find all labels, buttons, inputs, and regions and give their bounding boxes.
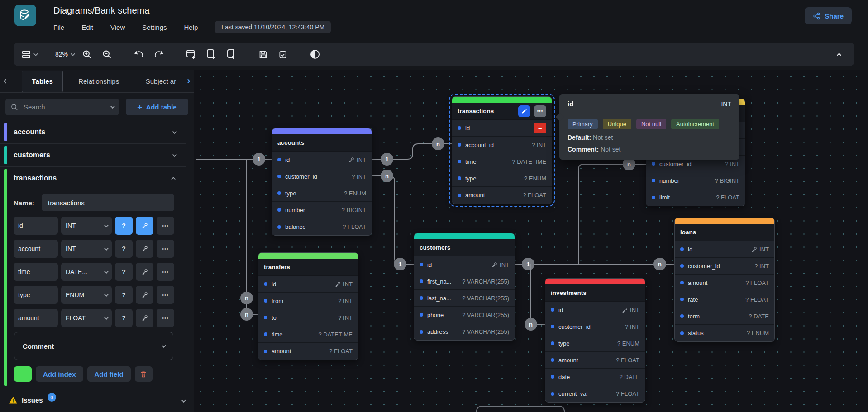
menu-edit[interactable]: Edit [81, 24, 93, 31]
tab-relationships[interactable]: Relationships [74, 70, 123, 93]
add-area-button[interactable] [204, 47, 218, 62]
undo-button[interactable] [132, 47, 146, 62]
table-field-row-last_na...[interactable]: last_na...? VARCHAR(255) [414, 290, 515, 307]
table-field-row-amount[interactable]: amount? FLOAT [545, 352, 645, 369]
diagram-table-accounts[interactable]: accountsidINTcustomer_id? INTtype? ENUMn… [272, 128, 372, 236]
field-type-select[interactable]: ENUM [61, 286, 112, 304]
field-more-options-button[interactable]: ••• [157, 263, 174, 281]
primary-key-toggle-button[interactable] [136, 286, 153, 304]
table-field-row-type[interactable]: type? ENUM [545, 335, 645, 352]
tabs-scroll-left-button[interactable] [0, 80, 12, 83]
field-name-input[interactable]: time [14, 263, 58, 281]
table-field-row-from[interactable]: from? INT [258, 293, 358, 309]
add-note-button[interactable] [224, 47, 238, 62]
table-header[interactable]: transactions••• [452, 103, 552, 120]
field-type-select[interactable]: INT [61, 217, 112, 235]
field-name-input[interactable]: type [14, 286, 58, 304]
table-field-row-id[interactable]: id− [452, 120, 552, 137]
layout-options-button[interactable] [22, 47, 37, 62]
redo-button[interactable] [152, 47, 166, 62]
table-field-row-id[interactable]: idINT [675, 241, 774, 258]
table-field-row-address[interactable]: address? VARCHAR(255) [414, 323, 515, 340]
save-button[interactable] [256, 47, 270, 62]
diagram-table-customers[interactable]: customersidINTfirst_na...? VARCHAR(255)l… [414, 233, 515, 341]
menu-help[interactable]: Help [184, 24, 198, 31]
diagram-table-transactions[interactable]: transactions•••id−account_id? INTtime? D… [452, 96, 552, 204]
field-more-options-button[interactable]: ••• [157, 309, 174, 327]
zoom-in-button[interactable] [80, 47, 94, 62]
table-field-row-to[interactable]: to? INT [258, 309, 358, 326]
delete-table-button[interactable] [135, 366, 153, 382]
issues-expand-button[interactable] [181, 396, 185, 404]
table-accordion-header-transactions[interactable]: transactions [0, 167, 186, 189]
table-field-row-date[interactable]: date? DATE [545, 369, 645, 385]
table-field-row-time[interactable]: time? DATETIME [258, 326, 358, 343]
table-field-row-customer_id[interactable]: customer_id? INT [675, 258, 774, 275]
table-field-row-account_id[interactable]: account_id? INT [452, 137, 552, 153]
primary-key-toggle-button[interactable] [136, 217, 153, 235]
app-logo[interactable] [14, 5, 36, 26]
todo-button[interactable] [276, 47, 290, 62]
field-type-select[interactable]: FLOAT [61, 309, 112, 327]
diagram-table-transfers[interactable]: transfersidINTfrom? INTto? INTtime? DATE… [258, 252, 358, 360]
add-table-button[interactable] [184, 47, 198, 62]
table-field-row-id[interactable]: idINT [272, 152, 372, 168]
table-header[interactable]: customers [414, 239, 515, 256]
table-field-row-current_val[interactable]: current_val? FLOAT [545, 385, 645, 402]
table-field-row-id[interactable]: idINT [545, 302, 645, 318]
table-header[interactable]: transfers [258, 259, 358, 276]
table-field-row-time[interactable]: time? DATETIME [452, 153, 552, 170]
nullable-toggle-button[interactable]: ? [115, 263, 133, 281]
field-type-select[interactable]: INT [61, 240, 112, 258]
tab-tables[interactable]: Tables [22, 71, 63, 92]
field-more-options-button[interactable]: ••• [157, 217, 174, 235]
table-header[interactable]: accounts [272, 134, 372, 152]
tab-subject-areas[interactable]: Subject ar [141, 70, 182, 93]
nullable-toggle-button[interactable]: ? [115, 286, 133, 304]
primary-key-toggle-button[interactable] [136, 263, 153, 281]
field-name-input[interactable]: id [14, 217, 58, 235]
primary-key-toggle-button[interactable] [136, 309, 153, 327]
table-field-row-type[interactable]: type? ENUM [272, 185, 372, 202]
table-field-row-amount[interactable]: amount? FLOAT [258, 343, 358, 360]
table-field-row-number[interactable]: number? BIGINT [646, 172, 745, 189]
add-index-button[interactable]: Add index [36, 366, 83, 382]
zoom-level-dropdown[interactable]: 82% [55, 47, 74, 62]
field-more-options-button[interactable]: ••• [157, 240, 174, 258]
table-field-row-amount[interactable]: amount? FLOAT [452, 187, 552, 204]
primary-key-toggle-button[interactable] [136, 240, 153, 258]
table-field-row-number[interactable]: number? BIGINT [272, 202, 372, 218]
zoom-out-button[interactable] [100, 47, 114, 62]
table-field-row-first_na...[interactable]: first_na...? VARCHAR(255) [414, 273, 515, 290]
tabs-scroll-right-button[interactable] [182, 80, 194, 83]
table-field-row-customer_id[interactable]: customer_id? INT [545, 318, 645, 335]
edit-table-button[interactable] [518, 105, 530, 117]
table-field-row-id[interactable]: idINT [414, 256, 515, 273]
collapse-toolbar-button[interactable] [833, 47, 846, 62]
table-field-row-limit[interactable]: limit? FLOAT [646, 189, 745, 206]
table-field-row-phone[interactable]: phone? VARCHAR(255) [414, 307, 515, 323]
menu-settings[interactable]: Settings [142, 24, 167, 31]
table-header[interactable]: loans [675, 224, 774, 241]
field-more-options-button[interactable]: ••• [157, 286, 174, 304]
nullable-toggle-button[interactable]: ? [115, 240, 133, 258]
table-field-row-id[interactable]: idINT [258, 276, 358, 293]
table-field-row-term[interactable]: term? DATE [675, 308, 774, 325]
theme-button[interactable] [308, 47, 322, 62]
table-accordion-header-accounts[interactable]: accounts [0, 121, 186, 143]
table-name-input[interactable]: transactions [42, 194, 174, 211]
menu-view[interactable]: View [110, 24, 125, 31]
field-name-input[interactable]: account_ [14, 240, 58, 258]
table-field-row-customer_id[interactable]: customer_id? INT [272, 168, 372, 185]
diagram-title[interactable]: Diagrams/Bank schema [53, 5, 149, 16]
table-field-row-rate[interactable]: rate? FLOAT [675, 291, 774, 308]
table-accordion-header-customers[interactable]: customers [0, 144, 186, 166]
table-header[interactable]: investments [545, 284, 645, 302]
remove-field-button[interactable]: − [534, 123, 546, 133]
table-field-row-balance[interactable]: balance? FLOAT [272, 218, 372, 235]
comment-collapsible[interactable]: Comment [14, 332, 173, 360]
share-button[interactable]: Share [805, 7, 852, 24]
table-field-row-type[interactable]: type? ENUM [452, 170, 552, 187]
diagram-table-investments[interactable]: investmentsidINTcustomer_id? INTtype? EN… [545, 278, 645, 403]
field-type-select[interactable]: DATE... [61, 263, 112, 281]
